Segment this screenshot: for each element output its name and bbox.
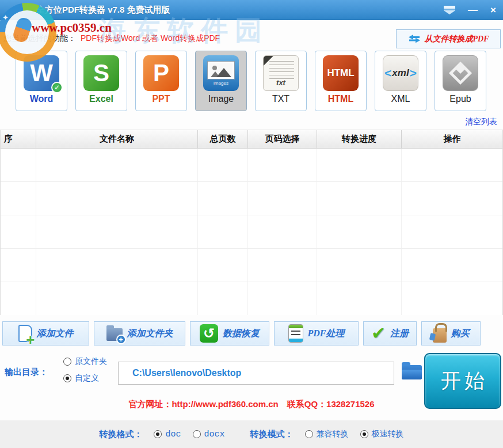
radio-circle-icon bbox=[154, 430, 162, 438]
radio-original-folder[interactable]: 原文件夹 bbox=[63, 356, 107, 367]
format-ppt-label: PPT bbox=[152, 94, 170, 104]
format-options-label: 转换格式： bbox=[99, 429, 142, 440]
clear-list-link[interactable]: 清空列表 bbox=[465, 115, 497, 128]
current-function-label: 您当前选择的功能： bbox=[3, 33, 76, 43]
format-ppt-button[interactable]: P PPT bbox=[135, 51, 187, 111]
format-excel-label: Excel bbox=[89, 94, 113, 104]
table-header: 序 文件名称 总页数 页码选择 转换进度 操作 bbox=[1, 130, 502, 149]
output-dir-label: 输出目录： bbox=[5, 367, 48, 378]
register-button[interactable]: ✔ 注册 bbox=[363, 321, 417, 346]
bottom-area: + 添加文件 + 添加文件夹 ↺ 数据恢复 PDF处理 ✔ 注册 购买 输出目录… bbox=[0, 315, 503, 448]
col-page-select: 页码选择 bbox=[248, 130, 317, 148]
pdf-document-icon bbox=[288, 324, 303, 343]
titlebar: 全方位PDF转换器 v7.8 免费试用版 — × bbox=[0, 0, 503, 20]
table-row bbox=[1, 282, 502, 316]
format-html-button[interactable]: HTML HTML bbox=[315, 51, 367, 111]
output-path-input[interactable] bbox=[118, 362, 394, 385]
format-image-button[interactable]: images Image bbox=[195, 51, 247, 111]
table-row bbox=[1, 182, 502, 215]
table-row bbox=[1, 249, 502, 282]
clear-list-row: 清空列表 bbox=[0, 115, 503, 130]
image-icon: images bbox=[203, 55, 239, 91]
site-url: http://www.pdf360.com.cn bbox=[172, 399, 278, 409]
browse-folder-icon[interactable] bbox=[402, 365, 422, 379]
photo-frame-icon bbox=[208, 62, 234, 79]
official-site-text: 官方网址：http://www.pdf360.com.cn 联系QQ：13282… bbox=[0, 399, 503, 410]
radio-custom-folder[interactable]: 自定义 bbox=[63, 373, 99, 384]
col-filename: 文件名称 bbox=[36, 130, 198, 148]
radio-circle-icon bbox=[360, 430, 368, 438]
txt-icon-caption: txt bbox=[276, 78, 285, 87]
convert-to-pdf-label: 从文件转换成PDF bbox=[425, 34, 489, 44]
format-word-button[interactable]: W ✓ Word bbox=[16, 51, 67, 111]
html-icon: HTML bbox=[323, 55, 359, 91]
skin-menu-icon[interactable] bbox=[444, 6, 455, 14]
format-epub-button[interactable]: Epub bbox=[435, 51, 486, 111]
current-function-text: 您当前选择的功能：PDF转换成Word 或者 Word转换成PDF bbox=[3, 33, 220, 44]
qq-number: 1328271526 bbox=[326, 399, 374, 409]
radio-circle-icon bbox=[193, 430, 201, 438]
radio-fast-mode[interactable]: 极速转换 bbox=[360, 429, 404, 439]
checkmark-icon: ✔ bbox=[371, 325, 386, 342]
current-function-value: PDF转换成Word 或者 Word转换成PDF bbox=[81, 33, 220, 43]
txt-icon: txt bbox=[263, 55, 299, 91]
pdf-process-button[interactable]: PDF处理 bbox=[274, 321, 359, 346]
excel-icon: S bbox=[83, 55, 119, 91]
restore-clock-icon: ↺ bbox=[200, 324, 218, 343]
format-word-label: Word bbox=[30, 94, 54, 104]
convert-to-pdf-button[interactable]: 从文件转换成PDF bbox=[396, 29, 501, 48]
data-recovery-button[interactable]: ↺ 数据恢复 bbox=[190, 321, 269, 346]
format-selector-row: W ✓ Word S Excel P PPT images Image txt … bbox=[0, 51, 503, 115]
radio-circle-icon bbox=[63, 374, 71, 382]
format-epub-label: Epub bbox=[449, 94, 471, 104]
xml-icon: <xml> bbox=[383, 55, 418, 91]
format-txt-button[interactable]: txt TXT bbox=[255, 51, 307, 111]
add-folder-icon: + bbox=[106, 328, 123, 341]
shopping-bag-icon bbox=[433, 328, 447, 343]
site-label: 官方网址： bbox=[128, 399, 172, 409]
format-xml-button[interactable]: <xml> XML bbox=[375, 51, 426, 111]
format-image-label: Image bbox=[208, 94, 234, 104]
toolbar: + 添加文件 + 添加文件夹 ↺ 数据恢复 PDF处理 ✔ 注册 购买 bbox=[2, 321, 481, 346]
format-txt-label: TXT bbox=[272, 94, 289, 104]
col-progress: 转换进度 bbox=[317, 130, 402, 148]
window-controls: — × bbox=[444, 0, 496, 20]
conversion-options-bar: 转换格式： doc docx 转换模式： 兼容转换 极速转换 bbox=[0, 420, 503, 448]
radio-docx[interactable]: docx bbox=[193, 430, 225, 439]
add-file-icon: + bbox=[18, 325, 32, 342]
table-row bbox=[1, 149, 502, 182]
col-pages: 总页数 bbox=[198, 130, 248, 148]
mode-options-label: 转换模式： bbox=[250, 429, 294, 440]
table-row bbox=[1, 215, 502, 249]
col-index: 序 bbox=[1, 130, 36, 148]
format-excel-button[interactable]: S Excel bbox=[75, 51, 127, 111]
epub-logo-icon bbox=[443, 55, 478, 91]
minimize-button[interactable]: — bbox=[468, 0, 478, 20]
col-actions: 操作 bbox=[402, 130, 502, 148]
add-file-button[interactable]: + 添加文件 bbox=[2, 321, 89, 346]
qq-label: 联系QQ： bbox=[279, 399, 326, 409]
radio-compatible-mode[interactable]: 兼容转换 bbox=[305, 429, 349, 439]
close-button[interactable]: × bbox=[490, 0, 496, 20]
radio-circle-icon bbox=[305, 430, 313, 438]
add-folder-button[interactable]: + 添加文件夹 bbox=[94, 321, 185, 346]
ppt-icon: P bbox=[143, 55, 179, 91]
format-html-label: HTML bbox=[328, 94, 353, 104]
radio-doc[interactable]: doc bbox=[154, 430, 181, 439]
image-icon-caption: images bbox=[214, 81, 228, 86]
format-xml-label: XML bbox=[391, 94, 410, 104]
radio-circle-icon bbox=[63, 358, 71, 366]
swap-arrows-icon bbox=[408, 34, 421, 44]
function-bar: 您当前选择的功能：PDF转换成Word 或者 Word转换成PDF 从文件转换成… bbox=[0, 20, 503, 51]
window-title: 全方位PDF转换器 v7.8 免费试用版 bbox=[36, 5, 170, 16]
buy-button[interactable]: 购买 bbox=[421, 321, 481, 346]
file-table: 序 文件名称 总页数 页码选择 转换进度 操作 bbox=[0, 130, 503, 315]
selected-check-icon: ✓ bbox=[51, 82, 63, 93]
